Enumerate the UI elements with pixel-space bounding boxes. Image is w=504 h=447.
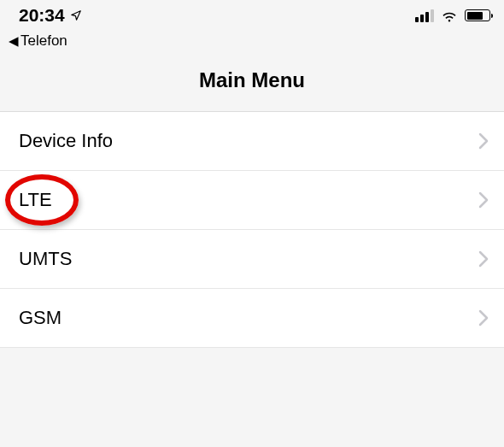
main-menu-list: Device Info LTE UMTS GSM — [0, 112, 504, 348]
chevron-right-icon — [478, 250, 489, 268]
menu-item-lte[interactable]: LTE — [0, 171, 504, 230]
menu-item-label: GSM — [19, 307, 62, 329]
cellular-signal-icon — [415, 9, 434, 22]
menu-item-label: UMTS — [19, 248, 72, 270]
back-to-app[interactable]: ◀ Telefon — [0, 31, 504, 50]
page-title: Main Menu — [0, 68, 504, 92]
menu-item-umts[interactable]: UMTS — [0, 230, 504, 289]
menu-item-device-info[interactable]: Device Info — [0, 112, 504, 171]
battery-icon — [465, 9, 490, 21]
chevron-right-icon — [478, 132, 489, 150]
menu-item-gsm[interactable]: GSM — [0, 289, 504, 348]
location-icon — [70, 9, 82, 21]
status-left: 20:34 — [19, 5, 82, 26]
back-caret-icon: ◀ — [9, 33, 19, 49]
status-bar: 20:34 — [0, 0, 504, 31]
chevron-right-icon — [478, 191, 489, 209]
wifi-icon — [441, 9, 458, 22]
back-label: Telefon — [21, 32, 67, 50]
status-time: 20:34 — [19, 5, 65, 26]
status-right — [415, 9, 490, 22]
menu-item-label: LTE — [19, 189, 52, 211]
page-header: Main Menu — [0, 50, 504, 112]
chevron-right-icon — [478, 309, 489, 326]
menu-item-label: Device Info — [19, 130, 113, 152]
